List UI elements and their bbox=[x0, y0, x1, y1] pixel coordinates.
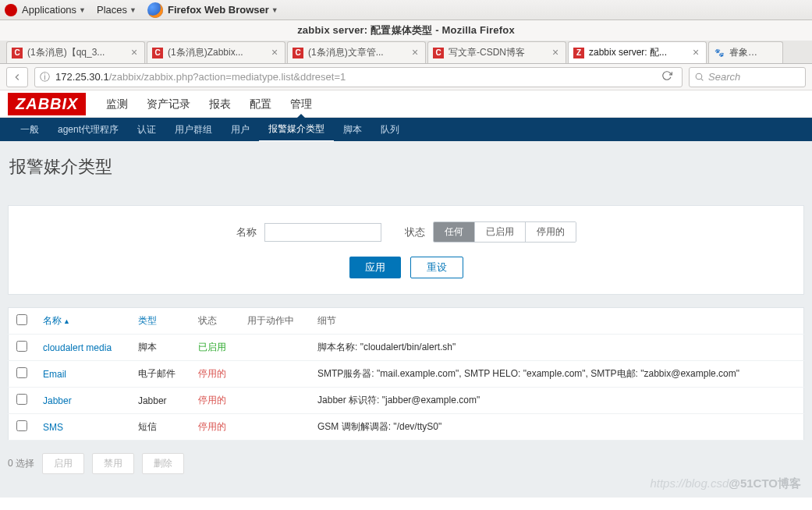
details: Jabber 标识符: "jabber@example.com" bbox=[310, 388, 803, 414]
used-in bbox=[239, 361, 310, 388]
close-icon[interactable]: × bbox=[410, 47, 420, 58]
tab-label: zabbix server: 配... bbox=[589, 46, 701, 59]
media-name-link[interactable]: Jabber bbox=[43, 395, 72, 406]
filter-panel: 名称 状态 任何已启用停用的 应用 重设 bbox=[8, 205, 804, 295]
browser-tab[interactable]: C(1条消息)【qq_3...× bbox=[6, 41, 145, 63]
select-all-checkbox[interactable] bbox=[16, 314, 27, 325]
browser-tab[interactable]: C(1条消息)文章管...× bbox=[287, 41, 426, 63]
row-checkbox[interactable] bbox=[16, 341, 27, 352]
subnav-item[interactable]: 认证 bbox=[128, 118, 165, 141]
tab-label: (1条消息)Zabbix... bbox=[168, 46, 280, 59]
tab-label: 睿象云_百... bbox=[729, 46, 778, 59]
status-link[interactable]: 停用的 bbox=[198, 395, 226, 406]
browser-tab[interactable]: C写文章-CSDN博客× bbox=[427, 41, 566, 63]
close-icon[interactable]: × bbox=[269, 47, 280, 58]
page-content: 报警媒介类型 名称 状态 任何已启用停用的 应用 重设 名称▲ 类型 状态 用于… bbox=[0, 141, 812, 498]
media-name-link[interactable]: Email bbox=[43, 369, 66, 380]
reload-button[interactable] bbox=[657, 70, 677, 83]
back-button[interactable] bbox=[6, 67, 28, 87]
chevron-down-icon: ▼ bbox=[79, 6, 86, 14]
primary-nav: 监测资产记录报表配置管理 bbox=[97, 90, 321, 118]
disable-button[interactable]: 禁用 bbox=[92, 453, 134, 474]
nav-item[interactable]: 管理 bbox=[281, 90, 321, 118]
table-row: Email电子邮件停用的SMTP服务器: "mail.example.com",… bbox=[9, 361, 804, 388]
col-name[interactable]: 名称▲ bbox=[35, 308, 130, 335]
close-icon[interactable]: × bbox=[129, 47, 140, 58]
svg-point-0 bbox=[696, 73, 702, 80]
close-icon[interactable]: × bbox=[690, 47, 701, 58]
media-name-link[interactable]: SMS bbox=[43, 422, 63, 433]
enable-button[interactable]: 启用 bbox=[42, 453, 84, 474]
col-type[interactable]: 类型 bbox=[130, 308, 190, 335]
search-placeholder: Search bbox=[708, 71, 740, 83]
filter-name-input[interactable] bbox=[264, 223, 381, 242]
subnav-item[interactable]: 一般 bbox=[11, 118, 48, 141]
status-link[interactable]: 停用的 bbox=[198, 368, 226, 379]
segment-option[interactable]: 已启用 bbox=[474, 222, 525, 242]
row-checkbox[interactable] bbox=[16, 367, 27, 378]
address-bar[interactable]: ⓘ 172.25.30.1/zabbix/zabbix.php?action=m… bbox=[34, 67, 683, 87]
browser-tab[interactable]: Zzabbix server: 配...× bbox=[568, 41, 707, 63]
details: SMTP服务器: "mail.example.com", SMTP HELO: … bbox=[310, 361, 803, 388]
media-types-table: 名称▲ 类型 状态 用于动作中 细节 cloudalert media脚本已启用… bbox=[8, 307, 804, 441]
applications-menu[interactable]: Applications ▼ bbox=[22, 4, 86, 16]
subnav-item[interactable]: 队列 bbox=[371, 118, 409, 141]
sort-asc-icon: ▲ bbox=[63, 317, 70, 325]
reset-button[interactable]: 重设 bbox=[410, 257, 463, 278]
media-name-link[interactable]: cloudalert media bbox=[43, 342, 112, 353]
nav-item[interactable]: 监测 bbox=[97, 90, 137, 118]
nav-item[interactable]: 资产记录 bbox=[137, 90, 200, 118]
table-row: cloudalert media脚本已启用脚本名称: "cloudalert/b… bbox=[9, 335, 804, 361]
chevron-down-icon: ▼ bbox=[129, 6, 137, 14]
browser-tab[interactable]: C(1条消息)Zabbix...× bbox=[147, 41, 285, 63]
status-link[interactable]: 停用的 bbox=[198, 421, 226, 432]
status-link[interactable]: 已启用 bbox=[198, 342, 226, 352]
chevron-down-icon: ▼ bbox=[271, 6, 278, 14]
subnav-item[interactable]: 用户 bbox=[222, 118, 259, 141]
col-status: 状态 bbox=[190, 308, 239, 335]
subnav-item[interactable]: 报警媒介类型 bbox=[259, 117, 334, 142]
favicon: C bbox=[293, 48, 303, 58]
bulk-actions: 0 选择 启用 禁用 删除 bbox=[8, 453, 804, 474]
close-icon[interactable]: × bbox=[550, 47, 561, 58]
tab-label: (1条消息)文章管... bbox=[308, 46, 420, 59]
segment-option[interactable]: 停用的 bbox=[525, 222, 576, 242]
nav-item[interactable]: 报表 bbox=[200, 90, 240, 118]
col-details: 细节 bbox=[310, 308, 803, 335]
watermark: https://blog.csd@51CTO博客 bbox=[650, 476, 801, 491]
subnav-item[interactable]: agent代理程序 bbox=[48, 118, 128, 141]
favicon: C bbox=[12, 48, 23, 58]
favicon: Z bbox=[573, 48, 584, 58]
col-used-in: 用于动作中 bbox=[239, 308, 310, 335]
browser-search-box[interactable]: Search bbox=[689, 67, 806, 87]
media-type: 短信 bbox=[130, 414, 190, 441]
media-type: 脚本 bbox=[130, 335, 190, 361]
media-type: 电子邮件 bbox=[130, 361, 190, 388]
table-row: JabberJabber停用的Jabber 标识符: "jabber@examp… bbox=[9, 388, 804, 414]
browser-menu[interactable]: Firefox Web Browser ▼ bbox=[147, 2, 278, 18]
subnav-item[interactable]: 用户群组 bbox=[165, 118, 222, 141]
zabbix-header: ZABBIX 监测资产记录报表配置管理 bbox=[0, 90, 812, 118]
table-row: SMS短信停用的GSM 调制解调器: "/dev/ttyS0" bbox=[9, 414, 804, 441]
row-checkbox[interactable] bbox=[16, 394, 27, 405]
page-title: 报警媒介类型 bbox=[9, 155, 804, 179]
selected-count: 0 选择 bbox=[8, 457, 34, 470]
url-text: 172.25.30.1/zabbix/zabbix.php?action=med… bbox=[55, 71, 657, 83]
places-menu[interactable]: Places ▼ bbox=[97, 4, 137, 16]
delete-button[interactable]: 删除 bbox=[142, 453, 184, 474]
browser-toolbar: ⓘ 172.25.30.1/zabbix/zabbix.php?action=m… bbox=[0, 64, 812, 90]
details: 脚本名称: "cloudalert/bin/alert.sh" bbox=[310, 335, 803, 361]
filter-status-label: 状态 bbox=[405, 225, 425, 239]
apply-button[interactable]: 应用 bbox=[349, 257, 401, 278]
zabbix-logo[interactable]: ZABBIX bbox=[8, 93, 86, 115]
browser-tab-bar: C(1条消息)【qq_3...×C(1条消息)Zabbix...×C(1条消息)… bbox=[0, 41, 812, 64]
status-segmented-control: 任何已启用停用的 bbox=[433, 221, 576, 243]
nav-item[interactable]: 配置 bbox=[240, 90, 281, 118]
row-checkbox[interactable] bbox=[16, 420, 27, 431]
browser-tab[interactable]: 🐾睿象云_百... bbox=[708, 41, 783, 63]
filter-name-label: 名称 bbox=[236, 225, 257, 239]
info-icon: ⓘ bbox=[40, 70, 51, 84]
segment-option[interactable]: 任何 bbox=[434, 222, 474, 242]
subnav-item[interactable]: 脚本 bbox=[334, 118, 371, 141]
browser-label: Firefox Web Browser bbox=[168, 4, 269, 16]
